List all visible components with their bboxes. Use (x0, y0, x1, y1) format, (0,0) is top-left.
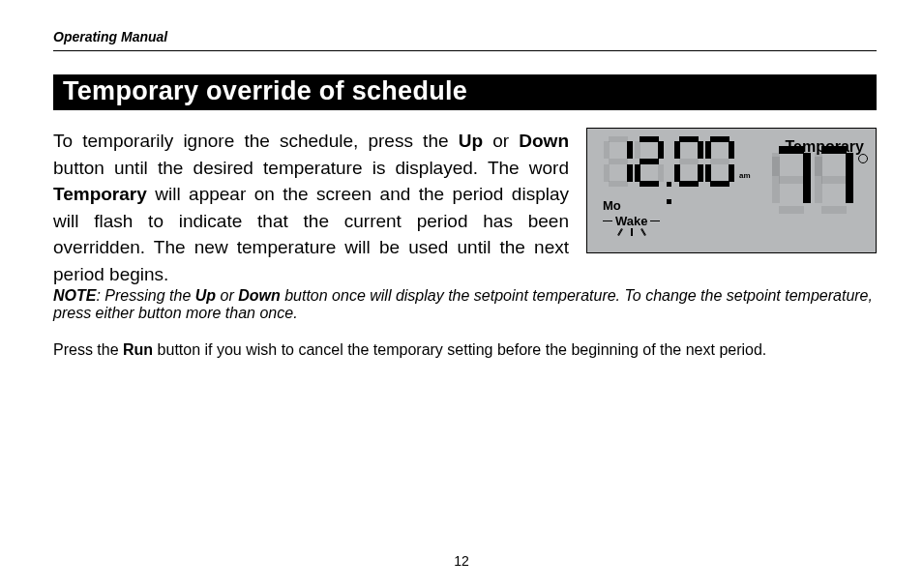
p1-up: Up (459, 131, 483, 151)
degree-icon (858, 154, 868, 163)
paragraph-1: To temporarily ignore the schedule, pres… (53, 128, 569, 287)
note-label: NOTE (53, 287, 96, 304)
p1-temporary: Temporary (53, 184, 147, 204)
note-mid1: or (216, 287, 238, 304)
note-up: Up (195, 287, 216, 304)
p1-down: Down (519, 131, 569, 151)
note-pre: : Pressing the (96, 287, 194, 304)
p3-post: button if you wish to cancel the tempora… (153, 341, 766, 358)
note-down: Down (238, 287, 281, 304)
display-ampm: am (739, 171, 751, 180)
p3-run: Run (123, 341, 153, 358)
period-line-left (603, 220, 612, 221)
display-period: Wake (612, 214, 650, 228)
flash-indicator-icon (603, 228, 660, 236)
p1-mid2: button until the desired temperature is … (53, 158, 569, 178)
p1-pre: To temporarily ignore the schedule, pres… (53, 131, 459, 151)
section-title: Temporary override of schedule (53, 74, 877, 110)
running-header: Operating Manual (53, 29, 877, 51)
display-temperature (770, 146, 868, 218)
page-number: 12 (0, 553, 923, 569)
body-row: To temporarily ignore the schedule, pres… (53, 128, 877, 287)
note-paragraph: NOTE: Pressing the Up or Down button onc… (53, 287, 877, 322)
p1-mid1: or (483, 131, 519, 151)
display-period-group: Wake (603, 204, 660, 236)
p3-pre: Press the (53, 341, 123, 358)
thermostat-display: Temporary am Mo Wake (586, 128, 877, 253)
period-line-right (650, 220, 660, 221)
paragraph-3: Press the Run button if you wish to canc… (53, 341, 877, 359)
manual-page: Operating Manual Temporary override of s… (0, 0, 923, 588)
